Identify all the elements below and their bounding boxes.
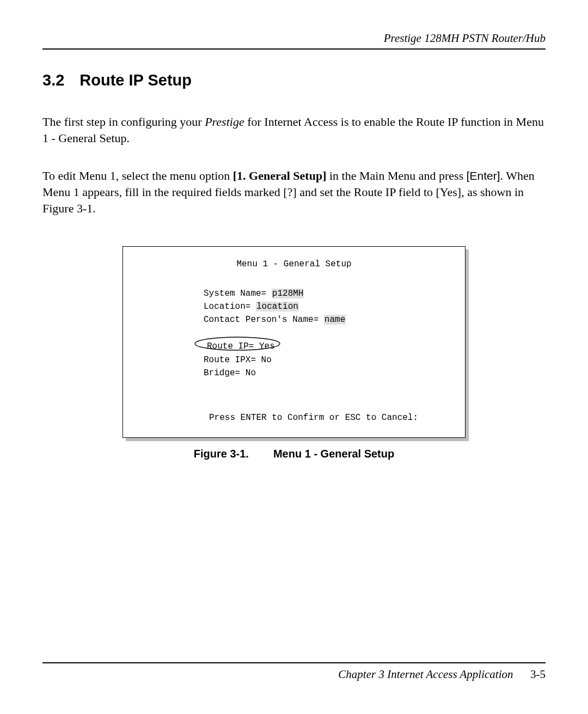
- field-contact-value: name: [324, 315, 346, 325]
- bridge-line: Bridge= No: [204, 367, 449, 380]
- field-location-label: Location=: [204, 302, 256, 312]
- section-heading: 3.2Route IP Setup: [42, 71, 546, 89]
- figure-caption-number: Figure 3-1.: [194, 448, 249, 460]
- figure-caption: Figure 3-1.Menu 1 - General Setup: [42, 448, 546, 460]
- field-system-name-value: p128MH: [272, 289, 304, 298]
- route-ipx-line: Route IPX= No: [204, 353, 449, 367]
- figure-box: Menu 1 - General Setup System Name= p128…: [122, 246, 465, 438]
- para2-pre: To edit Menu 1, select the menu option: [42, 169, 233, 182]
- section-title-text: Route IP Setup: [79, 71, 192, 89]
- para2-bold: [1. General Setup]: [233, 169, 327, 182]
- route-ip-text: Route IP= Yes: [207, 341, 275, 351]
- section-number: 3.2: [42, 71, 64, 89]
- field-system-name-label: System Name=: [204, 289, 272, 298]
- figure-caption-text: Menu 1 - General Setup: [273, 448, 394, 460]
- footer-chapter-label: Chapter 3: [338, 668, 384, 681]
- figure-title: Menu 1 - General Setup: [139, 258, 449, 271]
- para2-key: [Enter]: [467, 169, 500, 182]
- field-contact-label: Contact Person's Name=: [204, 315, 324, 325]
- field-contact: Contact Person's Name= name: [204, 313, 449, 326]
- field-location: Location= location: [204, 300, 449, 313]
- figure-prompt: Press ENTER to Confirm or ESC to Cancel:: [209, 411, 449, 424]
- footer-right: Chapter 3 Internet Access Application 3-…: [338, 668, 546, 681]
- para1-em: Prestige: [205, 115, 244, 129]
- header-rule: [42, 48, 546, 50]
- figure-routes: Route IP= Yes Route IPX= No Bridge= No: [204, 339, 449, 380]
- footer-rule: [42, 662, 546, 663]
- field-location-value: location: [256, 302, 299, 312]
- figure-fields: System Name= p128MH Location= location C…: [204, 287, 449, 326]
- paragraph-1: The first step in configuring your Prest…: [42, 114, 546, 146]
- page-header: Prestige 128MH PSTN Router/Hub: [42, 32, 546, 48]
- page-footer: Chapter 3 Internet Access Application 3-…: [42, 662, 546, 681]
- field-system-name: System Name= p128MH: [204, 287, 449, 300]
- footer-page-number: 3-5: [530, 668, 546, 681]
- figure-container: Menu 1 - General Setup System Name= p128…: [122, 246, 465, 438]
- paragraph-2: To edit Menu 1, select the menu option […: [42, 168, 546, 216]
- route-ip-line: Route IP= Yes: [204, 339, 278, 353]
- para2-mid: in the Main Menu and press: [326, 169, 466, 182]
- footer-chapter-title: Internet Access Application: [387, 668, 513, 681]
- para1-pre: The first step in configuring your: [42, 115, 205, 129]
